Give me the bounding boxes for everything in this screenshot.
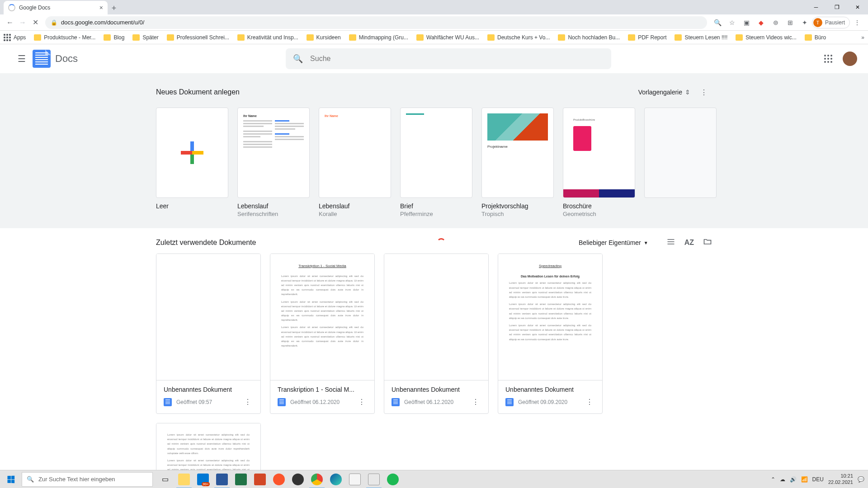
browser-toolbar: ← → ✕ 🔒 docs.google.com/document/u/0/ 🔍 … — [0, 14, 868, 31]
template-project-proposal[interactable]: Projektname Projektvorschlag Tropisch — [481, 108, 554, 217]
taskbar-app-brave[interactable] — [269, 470, 288, 488]
extensions-puzzle-icon[interactable]: ✦ — [798, 16, 811, 29]
doc-card[interactable]: Transkription 1 - Social Media Lorem ips… — [270, 253, 375, 414]
templates-more-button[interactable]: ⋮ — [696, 84, 712, 100]
bookmark-item[interactable]: Büro — [805, 34, 826, 41]
tray-notifications-icon[interactable]: 💬 — [858, 476, 864, 483]
zoom-icon[interactable]: 🔍 — [712, 16, 724, 29]
bookmark-item[interactable]: Blog — [104, 34, 124, 41]
profile-paused-badge[interactable]: T Pausiert — [812, 17, 850, 28]
bookmark-item[interactable]: Professionell Schrei... — [167, 34, 229, 41]
window-close-button[interactable]: ✕ — [847, 0, 868, 14]
doc-more-button[interactable]: ⋮ — [356, 396, 367, 408]
doc-title: Unbenanntes Dokument — [505, 386, 595, 393]
doc-card[interactable]: Unbenanntes Dokument Geöffnet 09:57 ⋮ — [156, 253, 261, 414]
doc-date: Geöffnet 06.12.2020 — [404, 399, 470, 405]
bookmarks-overflow-icon[interactable]: » — [861, 34, 864, 41]
bookmark-item[interactable]: Später — [132, 34, 158, 41]
taskbar-app-mail[interactable]: 99+ — [193, 470, 212, 488]
template-loading — [644, 108, 717, 217]
bookmark-star-icon[interactable]: ☆ — [726, 16, 739, 29]
doc-thumbnail — [156, 254, 260, 380]
tab-close-icon[interactable]: × — [99, 4, 103, 11]
tray-cloud-icon[interactable]: ☁ — [780, 476, 785, 483]
tray-clock[interactable]: 10:21 22.02.2021 — [828, 473, 853, 485]
bookmark-item[interactable]: Steuern Lesen !!!! — [675, 34, 727, 41]
search-box[interactable]: 🔍 — [286, 48, 611, 69]
bookmark-item[interactable]: Wahlfächer WU Aus... — [416, 34, 479, 41]
owner-filter-dropdown[interactable]: Beliebiger Eigentümer ▼ — [579, 239, 648, 246]
templates-header: Neues Dokument anlegen Vorlagengalerie ⇕… — [156, 77, 712, 108]
doc-title: Unbenanntes Dokument — [392, 386, 481, 393]
new-tab-button[interactable]: + — [108, 2, 120, 14]
taskbar-app-powerpoint[interactable] — [250, 470, 269, 488]
doc-card[interactable]: Unbenanntes Dokument Geöffnet 06.12.2020… — [384, 253, 489, 414]
doc-thumbnail: Speedreading Das Motivation Lesen für de… — [498, 254, 602, 380]
window-maximize-button[interactable]: ❐ — [826, 0, 847, 14]
extension-icon[interactable]: ▣ — [741, 16, 753, 29]
forward-button[interactable]: → — [16, 16, 29, 29]
doc-date: Geöffnet 09.09.2020 — [518, 399, 584, 405]
browser-titlebar: Google Docs × + ─ ❐ ✕ — [0, 0, 868, 14]
search-input[interactable] — [310, 55, 604, 63]
start-button[interactable] — [0, 470, 22, 488]
tray-language[interactable]: DEU — [812, 476, 824, 483]
template-letter[interactable]: Brief Pfefferminze — [400, 108, 472, 217]
doc-card[interactable]: Speedreading Das Motivation Lesen für de… — [498, 253, 603, 414]
extension-icon-4[interactable]: ⊞ — [784, 16, 797, 29]
taskbar-app-excel[interactable] — [231, 470, 250, 488]
taskbar-app-explorer[interactable] — [175, 470, 193, 488]
reload-button[interactable]: ✕ — [29, 16, 42, 29]
lock-icon: 🔒 — [51, 19, 57, 26]
bookmark-item[interactable]: Steuern Videos wic... — [736, 34, 797, 41]
doc-thumbnail — [384, 254, 488, 380]
doc-title: Unbenanntes Dokument — [164, 386, 253, 393]
apps-shortcut[interactable]: Apps — [4, 34, 26, 41]
taskbar-app-chrome[interactable] — [307, 470, 326, 488]
caret-down-icon: ▼ — [644, 240, 648, 245]
sort-button[interactable]: A͏Z — [684, 239, 694, 247]
extension-icon-2[interactable]: ◆ — [755, 16, 768, 29]
browser-menu-icon[interactable]: ⋮ — [851, 16, 863, 29]
bookmark-item[interactable]: Produktsuche - Mer... — [34, 34, 95, 41]
taskbar-app-spotify[interactable] — [383, 470, 402, 488]
extension-icon-3[interactable]: ⊚ — [769, 16, 782, 29]
template-resume-serif[interactable]: Ihr Name Lebenslauf Serifenschriften — [237, 108, 310, 217]
list-view-button[interactable] — [666, 237, 675, 248]
taskbar-app-notepad[interactable] — [345, 470, 364, 488]
main-menu-button[interactable]: ☰ — [11, 48, 33, 70]
taskbar-search[interactable]: 🔍 Zur Suche Text hier eingeben — [22, 472, 153, 487]
open-folder-button[interactable] — [703, 237, 712, 248]
window-minimize-button[interactable]: ─ — [806, 0, 826, 14]
doc-thumbnail: Transkription 1 - Social Media Lorem ips… — [270, 254, 374, 380]
back-button[interactable]: ← — [4, 16, 16, 29]
docs-logo-icon[interactable] — [33, 50, 51, 68]
bookmark-item[interactable]: Kursideen — [307, 34, 341, 41]
bookmark-item[interactable]: Mindmapping (Gru... — [349, 34, 408, 41]
tray-network-icon[interactable]: 📶 — [801, 476, 808, 483]
bookmark-item[interactable]: PDF Report — [628, 34, 666, 41]
bookmark-item[interactable]: Noch hochladen Bu... — [558, 34, 620, 41]
google-apps-button[interactable] — [819, 50, 837, 68]
template-brochure[interactable]: ProduktBroschüre Broschüre Geometrisch — [563, 108, 635, 217]
task-view-button[interactable]: ▭ — [156, 470, 175, 488]
taskbar-app-edge[interactable] — [326, 470, 345, 488]
template-gallery-button[interactable]: Vorlagengalerie ⇕ — [638, 89, 690, 96]
bookmark-item[interactable]: Kreativität und Insp... — [237, 34, 298, 41]
tray-volume-icon[interactable]: 🔊 — [790, 476, 797, 483]
browser-tab[interactable]: Google Docs × — [4, 1, 108, 14]
app-title: Docs — [55, 53, 78, 65]
bookmark-item[interactable]: Deutsche Kurs + Vo... — [487, 34, 550, 41]
tray-chevron-icon[interactable]: ⌃ — [771, 476, 775, 483]
template-blank[interactable]: Leer — [156, 108, 228, 217]
doc-more-button[interactable]: ⋮ — [242, 396, 253, 408]
taskbar-app-obs[interactable] — [288, 470, 307, 488]
account-avatar[interactable] — [843, 52, 857, 66]
doc-more-button[interactable]: ⋮ — [584, 396, 595, 408]
doc-more-button[interactable]: ⋮ — [470, 396, 481, 408]
search-icon: 🔍 — [293, 54, 303, 64]
taskbar-app-generic[interactable] — [364, 470, 383, 488]
address-bar[interactable]: 🔒 docs.google.com/document/u/0/ — [45, 16, 707, 29]
taskbar-app-word[interactable] — [212, 470, 231, 488]
template-resume-coral[interactable]: Ihr Name Lebenslauf Koralle — [319, 108, 391, 217]
